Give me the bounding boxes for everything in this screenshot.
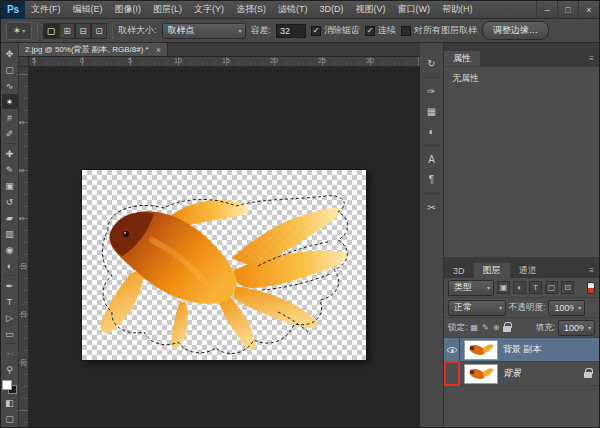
- sample-all-layers-option: 对所有图层取样: [401, 24, 477, 37]
- crop-tool[interactable]: #: [2, 110, 18, 125]
- filter-shape-layers-icon[interactable]: ▢: [545, 281, 558, 294]
- document-tab-bar: 2.jpg @ 50%(背景 副本, RGB/8#) * ×: [19, 43, 420, 57]
- pasteboard[interactable]: [29, 67, 420, 427]
- lock-all-icon[interactable]: [503, 326, 511, 332]
- clone-source-panel-icon[interactable]: ▦: [422, 103, 442, 120]
- clone-stamp-tool[interactable]: ▣: [2, 178, 18, 193]
- current-tool-badge[interactable]: ✶ ▾: [6, 22, 32, 40]
- menu-image[interactable]: 图像(I): [109, 1, 148, 18]
- filter-adjustment-layers-icon[interactable]: ◐: [513, 281, 526, 294]
- menu-filter[interactable]: 滤镜(T): [272, 1, 314, 18]
- tab-channels[interactable]: 通道: [510, 263, 546, 278]
- divider: [37, 23, 38, 39]
- menu-file[interactable]: 文件(F): [25, 1, 67, 18]
- lock-transparency-icon[interactable]: ▦: [470, 323, 478, 332]
- history-brush-tool[interactable]: ↺: [2, 194, 18, 209]
- menu-help[interactable]: 帮助(H): [436, 1, 479, 18]
- close-button[interactable]: ×: [578, 1, 599, 18]
- menu-window[interactable]: 窗口(W): [392, 1, 437, 18]
- antialias-checkbox[interactable]: ✓: [311, 26, 321, 36]
- sample-size-select[interactable]: 取样点 ▾: [162, 23, 246, 39]
- lasso-tool[interactable]: ∿: [2, 78, 18, 93]
- fill-input[interactable]: 100% ▾: [558, 320, 595, 336]
- divider: [4, 275, 16, 276]
- goldfish-image: [82, 170, 366, 360]
- opacity-input[interactable]: 100% ▾: [548, 300, 585, 316]
- tolerance-input[interactable]: 32: [276, 24, 306, 38]
- intersect-selection-button[interactable]: ⊡: [91, 23, 107, 39]
- minimize-button[interactable]: –: [536, 1, 557, 18]
- divider: [424, 193, 440, 194]
- dodge-tool[interactable]: ◐: [2, 258, 18, 273]
- magic-wand-tool[interactable]: ✶: [2, 94, 18, 109]
- tab-layers[interactable]: 图层: [474, 263, 510, 278]
- quick-mask-button[interactable]: ◧: [2, 395, 18, 410]
- tolerance-label: 容差:: [251, 24, 272, 37]
- lock-pixels-icon[interactable]: ✎: [482, 323, 489, 332]
- menu-select[interactable]: 选择(S): [230, 1, 272, 18]
- layer-row-background[interactable]: 背景: [444, 362, 599, 386]
- panel-menu-icon[interactable]: ≡: [584, 263, 599, 278]
- lock-position-icon[interactable]: ⊕: [493, 323, 500, 332]
- brush-tool[interactable]: ✎: [2, 162, 18, 177]
- refine-edge-button[interactable]: 调整边缘…: [482, 21, 549, 40]
- ps-logo: Ps: [1, 1, 25, 19]
- gradient-tool[interactable]: ▥: [2, 226, 18, 241]
- document-area: 2.jpg @ 50%(背景 副本, RGB/8#) * × 5 0 5 10 …: [19, 43, 420, 427]
- maximize-button[interactable]: □: [557, 1, 578, 18]
- pen-tool[interactable]: ✒: [2, 278, 18, 293]
- filter-pixel-layers-icon[interactable]: ▣: [497, 281, 510, 294]
- history-panel-icon[interactable]: ↻: [422, 55, 442, 72]
- tab-close-icon[interactable]: ×: [156, 45, 161, 55]
- filter-kind-select[interactable]: 类型 ▾: [448, 280, 494, 296]
- eraser-tool[interactable]: ▰: [2, 210, 18, 225]
- zoom-tool[interactable]: ⚲: [2, 362, 18, 377]
- filter-type-layers-icon[interactable]: T: [529, 281, 542, 294]
- brush-panel-icon[interactable]: ✑: [422, 83, 442, 100]
- menu-edit[interactable]: 编辑(E): [67, 1, 109, 18]
- blend-mode-select[interactable]: 正常 ▾: [448, 300, 506, 316]
- chevron-down-icon: ▾: [578, 304, 581, 311]
- contiguous-label: 连续: [378, 24, 396, 37]
- character-panel-icon[interactable]: A: [422, 151, 442, 168]
- path-select-tool[interactable]: ▷: [2, 310, 18, 325]
- document-tab[interactable]: 2.jpg @ 50%(背景 副本, RGB/8#) * ×: [19, 43, 168, 56]
- visibility-toggle[interactable]: [444, 362, 460, 385]
- blur-tool[interactable]: ◉: [2, 242, 18, 257]
- new-selection-button[interactable]: ▢: [43, 23, 59, 39]
- subtract-selection-button[interactable]: ⊟: [75, 23, 91, 39]
- filter-toggle-switch[interactable]: [587, 282, 595, 294]
- sample-all-layers-checkbox[interactable]: [401, 26, 411, 36]
- visibility-toggle[interactable]: [444, 338, 460, 361]
- layers-panel: 3D 图层 通道 ≡ 类型 ▾ ▣ ◐ T: [444, 263, 599, 427]
- marquee-tool[interactable]: ▢: [2, 62, 18, 77]
- eyedropper-tool[interactable]: ✐: [2, 126, 18, 141]
- type-tool[interactable]: T: [2, 294, 18, 309]
- layer-thumbnail[interactable]: [464, 340, 498, 360]
- color-swatches[interactable]: [2, 380, 17, 394]
- tool-presets-panel-icon[interactable]: ✂: [422, 199, 442, 216]
- screen-mode-button[interactable]: ▢: [2, 411, 18, 426]
- menu-3d[interactable]: 3D(D): [314, 1, 350, 18]
- filter-smart-object-icon[interactable]: ⊡: [561, 281, 574, 294]
- menu-view[interactable]: 视图(V): [350, 1, 392, 18]
- tab-3d[interactable]: 3D: [444, 263, 474, 278]
- canvas[interactable]: [82, 170, 366, 360]
- paragraph-panel-icon[interactable]: ¶: [422, 171, 442, 188]
- tab-properties[interactable]: 属性: [444, 51, 480, 66]
- healing-brush-tool[interactable]: ✚: [2, 146, 18, 161]
- properties-panel-body: 无属性: [444, 66, 599, 257]
- menu-layer[interactable]: 图层(L): [147, 1, 188, 18]
- foreground-color-swatch[interactable]: [2, 380, 12, 390]
- add-selection-button[interactable]: ⊞: [59, 23, 75, 39]
- contiguous-checkbox[interactable]: ✓: [365, 26, 375, 36]
- properties-panel-header: 属性 ≡: [444, 51, 599, 66]
- shape-tool[interactable]: ▭: [2, 326, 18, 341]
- layer-row-background-copy[interactable]: 背景 副本: [444, 338, 599, 362]
- panel-menu-icon[interactable]: ≡: [584, 51, 599, 66]
- hand-tool[interactable]: ☜: [2, 346, 18, 361]
- menu-type[interactable]: 文字(Y): [188, 1, 230, 18]
- move-tool[interactable]: ✥: [2, 46, 18, 61]
- adjustments-panel-icon[interactable]: ◐: [422, 123, 442, 140]
- layer-thumbnail[interactable]: [464, 364, 498, 384]
